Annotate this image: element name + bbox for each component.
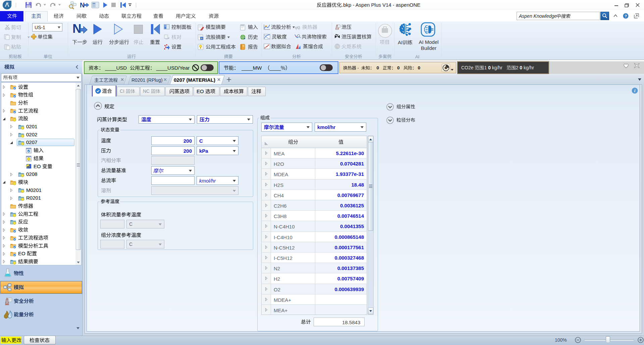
svg-text:i: i	[634, 88, 636, 93]
svg-text:?: ?	[625, 14, 627, 18]
